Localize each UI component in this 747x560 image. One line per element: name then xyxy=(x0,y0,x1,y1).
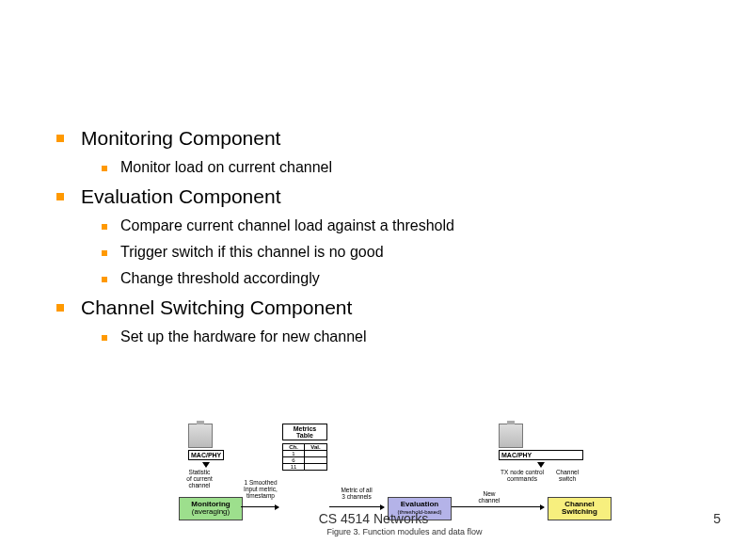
list-item-text: Monitor load on current channel xyxy=(120,159,332,176)
list-item-text: Set up the hardware for new channel xyxy=(120,328,367,345)
metrics-cell xyxy=(304,457,326,464)
macphy-label: MAC/PHY xyxy=(188,450,224,460)
bullet-icon xyxy=(102,335,107,341)
list-item-text: Change threshold accordingly xyxy=(120,270,320,287)
arrow-label: 1 Smoothed Input metric, timestamp xyxy=(237,480,284,499)
metrics-cell: 11 xyxy=(283,464,305,471)
arrow-right-icon xyxy=(452,506,544,507)
metrics-col: Ch. xyxy=(283,444,305,451)
bullet-icon xyxy=(56,193,64,200)
arrow-label: Metric of all 3 channels xyxy=(329,488,384,501)
server-icon xyxy=(188,424,213,448)
arrow-down-icon xyxy=(202,462,210,468)
host-a-label: Statistic of current channel xyxy=(181,470,218,488)
list-item-text: Monitoring Component xyxy=(81,127,280,150)
bullet-icon xyxy=(102,224,107,230)
macphy-label: MAC/PHY xyxy=(499,450,583,460)
bullet-icon xyxy=(102,277,107,282)
list-item: Monitor load on current channel xyxy=(102,159,709,176)
bullet-icon xyxy=(102,166,107,171)
list-item-text: Evaluation Component xyxy=(81,185,280,208)
arrow-down-icon xyxy=(537,462,545,468)
metrics-table: Metrics Table Ch. Val. 1 6 11 xyxy=(282,424,327,471)
arrow-label: New channel xyxy=(461,491,517,504)
metrics-cell: 6 xyxy=(283,457,305,464)
list-item: Monitoring Component xyxy=(56,127,709,150)
host-b-label: TX node control commands xyxy=(499,470,546,483)
sublist: Compare current channel load against a t… xyxy=(102,217,709,287)
list-item-text: Trigger switch if this channel is no goo… xyxy=(120,244,384,261)
metrics-cell xyxy=(304,451,326,457)
list-item: Channel Switching Component xyxy=(56,296,709,319)
metrics-cell xyxy=(304,464,326,471)
bullet-list: Monitoring Component Monitor load on cur… xyxy=(56,127,709,355)
host-a: MAC/PHY Statistic of current channel xyxy=(188,424,224,488)
sublist: Set up the hardware for new channel xyxy=(102,328,709,345)
figure-caption: Figure 3. Function modules and data flow xyxy=(179,527,630,536)
list-item-text: Compare current channel load against a t… xyxy=(120,217,454,234)
arrow-right-icon xyxy=(241,506,278,507)
metrics-col: Val. xyxy=(304,444,326,451)
list-item: Change threshold accordingly xyxy=(102,270,709,287)
arrow-right-icon xyxy=(329,506,384,507)
metrics-title: Metrics Table xyxy=(282,424,327,440)
host-b: MAC/PHY TX node control commands Channel… xyxy=(499,424,583,483)
server-icon xyxy=(499,424,523,448)
list-item: Evaluation Component xyxy=(56,185,709,208)
module-title: Evaluation xyxy=(401,500,438,508)
bullet-icon xyxy=(56,135,64,142)
page-number: 5 xyxy=(713,511,721,526)
metrics-cell: 1 xyxy=(283,451,305,457)
list-item: Set up the hardware for new channel xyxy=(102,328,709,345)
list-item: Compare current channel load against a t… xyxy=(102,217,709,234)
slide: { "bullets": [ { "text": "Monitoring Com… xyxy=(0,0,747,560)
sublist: Monitor load on current channel xyxy=(102,159,709,176)
list-item-text: Channel Switching Component xyxy=(81,296,352,319)
bullet-icon xyxy=(102,250,107,256)
channel-switch-label: Channel switch xyxy=(551,470,583,483)
footer-text: CS 4514 Networks xyxy=(0,511,747,526)
list-item: Trigger switch if this channel is no goo… xyxy=(102,244,709,261)
bullet-icon xyxy=(56,304,64,312)
metrics-grid: Ch. Val. 1 6 11 xyxy=(282,443,327,471)
